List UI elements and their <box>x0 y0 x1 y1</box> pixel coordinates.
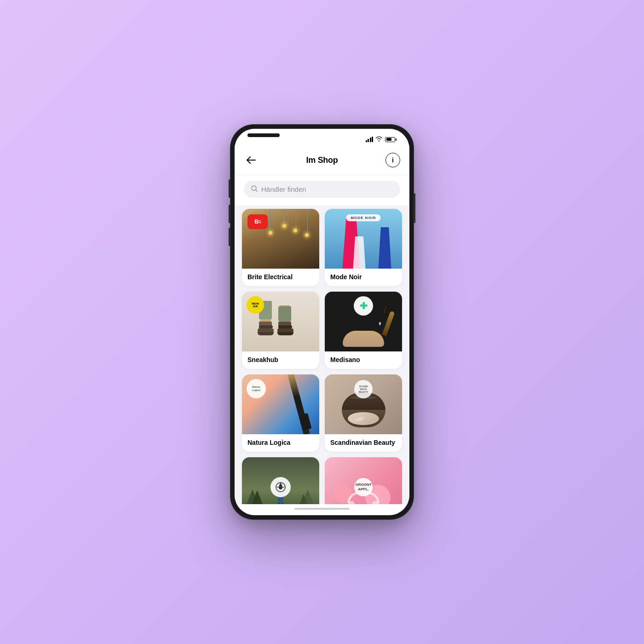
shop-card-groont-appliances[interactable]: GROONTAPPL. Groont Appliances <box>325 457 402 504</box>
shop-name-natura-logica: Natura Logica <box>242 434 319 452</box>
shop-name-scandinavian-beauty: Scandinavian Beauty <box>325 434 402 452</box>
card-image-mode-noir: MODE NOIR <box>325 209 402 269</box>
scroll-content[interactable]: B≡ Brite Electrical <box>235 205 409 504</box>
shop-card-medisano[interactable]: ✚ <box>325 292 402 369</box>
shop-card-brite-electrical[interactable]: B≡ Brite Electrical <box>242 209 319 286</box>
sneakhub-logo: SNEAKHUB <box>247 296 264 314</box>
card-image-sneakhub: SNEAKHUB <box>242 292 319 351</box>
home-bar <box>294 508 350 510</box>
mascara-tip <box>299 413 311 431</box>
shop-grid: B≡ Brite Electrical <box>242 209 402 504</box>
home-indicator <box>235 504 409 515</box>
shop-card-natura-logica[interactable]: NaturaLogica Natura Logica <box>242 374 319 452</box>
info-button[interactable]: i <box>385 153 400 167</box>
card-image-brite: B≡ <box>242 209 319 269</box>
medisano-cross-icon: ✚ <box>360 300 368 311</box>
scandi-badge: SCANDINAVIABEAUTY <box>354 380 373 398</box>
shop-card-outdoor[interactable]: Outdoor <box>242 457 319 504</box>
groont-logo: GROONTAPPL. <box>354 478 373 496</box>
natura-logo: NaturaLogica <box>247 379 266 398</box>
card-image-groont: GROONTAPPL. <box>325 457 402 504</box>
page-title: Im Shop <box>306 155 338 165</box>
shop-name-medisano: Medisano <box>325 351 402 369</box>
shop-name-brite-electrical: Brite Electrical <box>242 269 319 286</box>
card-image-outdoor <box>242 457 319 504</box>
brite-logo: B≡ <box>247 214 268 229</box>
shop-card-sneakhub[interactable]: SNEAKHUB <box>242 292 319 369</box>
search-placeholder: Händler finden <box>261 185 306 193</box>
card-image-medisano: ✚ <box>325 292 402 351</box>
info-icon: i <box>392 156 394 164</box>
outdoor-logo <box>270 477 291 497</box>
shop-card-scandinavian-beauty[interactable]: SCANDINAVIABEAUTY <box>325 374 402 452</box>
medisano-badge: ✚ <box>354 296 373 316</box>
card-image-natura: NaturaLogica <box>242 374 319 434</box>
signal-icon <box>366 137 374 142</box>
shop-name-mode-noir: Mode Noir <box>325 269 402 286</box>
wifi-icon <box>375 135 383 144</box>
back-button[interactable] <box>244 153 259 167</box>
search-icon <box>251 185 258 193</box>
app-header: Im Shop i <box>235 147 409 175</box>
search-container: Händler finden <box>235 175 409 205</box>
mode-noir-badge: MODE NOIR <box>346 214 380 221</box>
phone-frame: Im Shop i Händler finden <box>230 124 414 520</box>
phone-screen: Im Shop i Händler finden <box>235 129 409 515</box>
notch <box>247 133 280 137</box>
status-icons <box>366 135 397 144</box>
card-image-scandi: SCANDINAVIABEAUTY <box>325 374 402 434</box>
status-bar <box>235 129 409 147</box>
shop-card-mode-noir[interactable]: MODE NOIR Mode Noir <box>325 209 402 286</box>
search-bar[interactable]: Händler finden <box>244 181 400 198</box>
shop-name-sneakhub: Sneakhub <box>242 351 319 369</box>
battery-icon <box>385 137 397 142</box>
